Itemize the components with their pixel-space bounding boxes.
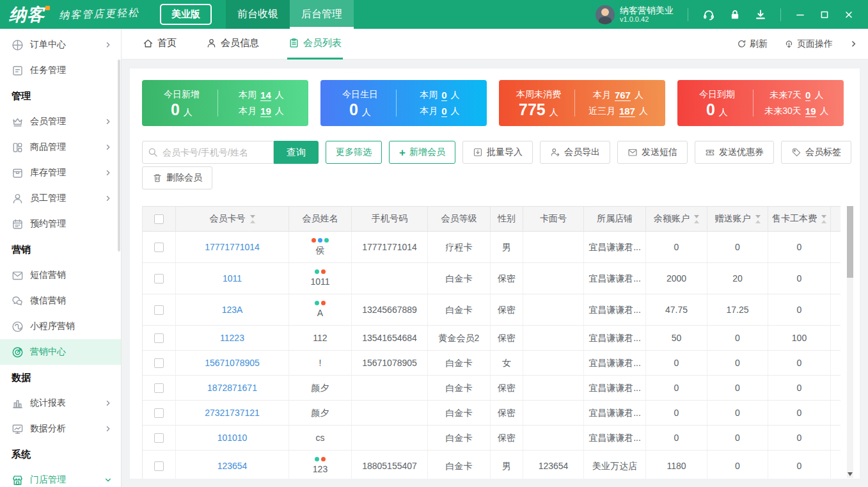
stat-row-value-link[interactable]: 19 [805, 106, 816, 117]
column-header-store[interactable]: 所属店铺 [584, 207, 646, 231]
sidebar-item-wechat-marketing[interactable]: 微信营销 [0, 288, 121, 314]
column-header-name[interactable]: 会员姓名 [289, 207, 352, 231]
stat-row-value-link[interactable]: 19 [260, 106, 271, 117]
query-button[interactable]: 查询 [274, 141, 319, 164]
sidebar-item-task-management[interactable]: 任务管理 [0, 58, 121, 83]
cell-text: 宜昌谦谦君... [588, 241, 641, 253]
sidebar-item-store-management[interactable]: 门店管理 [0, 467, 121, 487]
member-card-link[interactable]: 17771771014 [205, 241, 260, 253]
row-checkbox[interactable] [154, 461, 164, 471]
lock-icon[interactable] [729, 9, 741, 20]
sidebar-item-order-center[interactable]: 订单中心 [0, 32, 121, 58]
more-filter-button[interactable]: 更多筛选 [326, 141, 382, 164]
download-icon[interactable] [755, 9, 766, 20]
row-checkbox[interactable] [154, 333, 164, 343]
cell-text: 0 [674, 241, 679, 253]
column-header-gender[interactable]: 性别 [491, 207, 523, 231]
member-card-link[interactable]: 27321737121 [205, 407, 260, 419]
stat-row-value-link[interactable]: 0 [441, 90, 446, 101]
maximize-icon[interactable] [819, 10, 830, 20]
cell-card_fee: 0 [768, 263, 831, 294]
delete-member-button[interactable]: 删除会员 [142, 166, 212, 189]
search-input[interactable] [142, 141, 274, 164]
sort-icon[interactable] [821, 215, 826, 223]
delete-member-label: 删除会员 [166, 172, 202, 184]
tab-member-list[interactable]: 会员列表 [287, 29, 343, 60]
stat-row-value-link[interactable]: 767 [615, 90, 631, 101]
tab-member-info[interactable]: 会员信息 [205, 29, 260, 60]
sort-icon[interactable] [755, 215, 761, 223]
row-checkbox[interactable] [154, 433, 164, 443]
sidebar-item-marketing-center[interactable]: 营销中心 [0, 339, 121, 365]
column-header-card_fee[interactable]: 售卡工本费 [768, 207, 831, 231]
sort-icon[interactable] [694, 215, 699, 223]
sidebar-item-statistics-report[interactable]: 统计报表 [0, 390, 121, 416]
sidebar-item-goods-management[interactable]: 商品管理 [0, 134, 121, 160]
member-card-link[interactable]: 123A [222, 304, 243, 315]
inventory-icon [12, 167, 24, 179]
batch-import-button[interactable]: 批量导入 [462, 141, 533, 164]
row-checkbox[interactable] [154, 305, 164, 315]
send-sms-button[interactable]: 发送短信 [617, 141, 688, 164]
member-card-link[interactable]: 15671078905 [205, 357, 260, 369]
avatar[interactable] [596, 5, 615, 24]
sidebar-item-staff-management[interactable]: 员工管理 [0, 186, 121, 211]
refresh-button[interactable]: 刷新 [737, 38, 768, 50]
column-header-card_face[interactable]: 卡面号 [523, 207, 584, 231]
sidebar-item-appointment-management[interactable]: 预约管理 [0, 211, 121, 237]
sidebar-scrollbar[interactable] [118, 60, 120, 251]
scrollbar-down-arrow[interactable] [848, 472, 853, 476]
stat-row-value-link[interactable]: 14 [260, 90, 271, 101]
column-header-balance[interactable]: 余额账户 [646, 207, 707, 231]
cell-text: 宜昌谦谦君... [588, 432, 641, 443]
member-card-link[interactable]: 123654 [217, 460, 248, 472]
row-checkbox[interactable] [154, 274, 164, 283]
service-icon[interactable] [702, 8, 715, 21]
column-header-level[interactable]: 会员等级 [428, 207, 491, 231]
cell-gender: 女 [491, 351, 523, 375]
sidebar-item-sms-marketing[interactable]: 短信营销 [0, 262, 121, 288]
minimize-icon[interactable] [795, 10, 805, 20]
column-header-card_no[interactable]: 会员卡号 [176, 207, 289, 231]
button-label: 会员标签 [805, 147, 841, 158]
stat-row-value-link[interactable]: 0 [805, 90, 810, 101]
nav-tab-admin[interactable]: 后台管理 [290, 0, 354, 29]
sidebar-item-member-management[interactable]: 会员管理 [0, 109, 121, 134]
table-scrollbar[interactable] [847, 206, 853, 478]
sidebar-item-data-analysis[interactable]: 数据分析 [0, 416, 121, 442]
send-coupon-button[interactable]: 发送优惠券 [695, 141, 774, 164]
button-label: 新增会员 [409, 147, 445, 158]
close-icon[interactable] [844, 10, 854, 20]
export-member-button[interactable]: 会员导出 [540, 141, 610, 164]
row-checkbox[interactable] [154, 243, 164, 252]
stat-row-value-link[interactable]: 187 [619, 106, 635, 117]
sort-icon[interactable] [250, 215, 255, 223]
button-label: 批量导入 [487, 147, 523, 158]
cell-text: 0 [674, 357, 679, 369]
coupon-icon [705, 147, 715, 157]
member-card-link[interactable]: 1872871671 [207, 382, 257, 394]
trash-icon [152, 173, 162, 183]
member-card-link[interactable]: 101010 [217, 432, 248, 443]
member-tag-button[interactable]: 会员标签 [781, 141, 851, 164]
member-card-link[interactable]: 11223 [220, 332, 244, 344]
sidebar-item-inventory-management[interactable]: 库存管理 [0, 160, 121, 186]
user-account[interactable]: 纳客营销美业 v1.0.0.42 [596, 5, 674, 24]
add-member-button[interactable]: +新增会员 [389, 141, 455, 164]
stat-row-value-link[interactable]: 0 [441, 106, 446, 117]
nav-tab-cashier[interactable]: 前台收银 [226, 0, 290, 29]
edition-button[interactable]: 美业版 [160, 4, 212, 25]
column-header-phone[interactable]: 手机号码 [352, 207, 428, 231]
select-all-checkbox[interactable] [154, 214, 164, 224]
page-ops-button[interactable]: 页面操作 [784, 38, 833, 50]
scrollbar-thumb[interactable] [847, 206, 853, 278]
column-header-checkbox[interactable] [143, 207, 176, 231]
row-checkbox[interactable] [154, 358, 164, 368]
member-card-link[interactable]: 1011 [223, 273, 242, 284]
tab-home[interactable]: 首页 [141, 29, 178, 60]
chevron-right-icon[interactable] [849, 40, 858, 48]
row-checkbox[interactable] [154, 383, 164, 393]
column-header-gift[interactable]: 赠送账户 [707, 207, 768, 231]
sidebar-item-miniprogram-marketing[interactable]: 小程序营销 [0, 314, 121, 339]
row-checkbox[interactable] [154, 408, 164, 418]
